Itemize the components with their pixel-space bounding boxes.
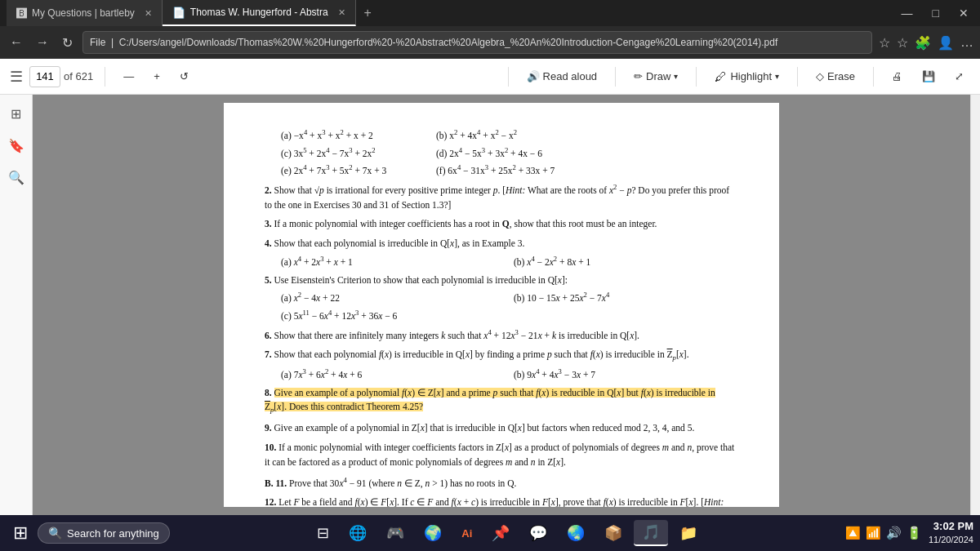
minimize-button[interactable]: —	[897, 7, 918, 20]
rotate-button[interactable]: ↺	[173, 67, 195, 86]
page-number-input[interactable]: 141	[29, 66, 60, 87]
tab-pdf[interactable]: 📄 Thomas W. Hungerford - Abstra ✕	[163, 0, 356, 26]
draw-label: Draw	[646, 70, 670, 82]
zoom-in-icon: +	[154, 70, 160, 82]
taskbar-app3[interactable]: 🌏	[559, 521, 593, 545]
taskbar-music[interactable]: 🎵	[634, 520, 668, 546]
taskbar-chrome[interactable]: 🌍	[416, 521, 450, 545]
p1d: (d) 2x4 − 5x3 + 3x2 + 4x − 6	[436, 145, 583, 162]
read-aloud-label: Read aloud	[543, 70, 598, 82]
draw-icon: ✏	[634, 70, 643, 82]
separator-6	[873, 67, 874, 87]
system-tray-icons: 🔼 📶 🔊 🔋	[845, 526, 922, 540]
refresh-button[interactable]: ↻	[59, 35, 76, 51]
sidebar-toggle-button[interactable]: ☰	[10, 68, 23, 86]
separator-4	[696, 67, 697, 87]
taskbar-files[interactable]: 📁	[671, 521, 706, 545]
taskbar-left: ⊞ 🔍 Search for anything	[7, 522, 170, 544]
address-bar: ← → ↻ ☆ ☆ 🧩 👤 …	[0, 26, 980, 59]
extensions-button[interactable]: 🧩	[915, 35, 931, 51]
tab-pdf-close[interactable]: ✕	[338, 7, 345, 18]
settings-button[interactable]: …	[960, 35, 973, 50]
draw-chevron-icon: ▾	[674, 72, 678, 81]
search-bar[interactable]: 🔍 Search for anything	[38, 522, 170, 544]
clock[interactable]: 3:02 PM 11/20/2024	[929, 519, 973, 547]
address-input[interactable]	[82, 31, 872, 54]
print-button[interactable]: 🖨	[885, 67, 909, 86]
taskbar-apps: ⊟ 🌐 🎮 🌍 Ai 📌 💬 🌏 📦 🎵 📁	[309, 520, 706, 546]
save-icon: 💾	[922, 70, 935, 82]
draw-button[interactable]: ✏ Draw ▾	[627, 67, 684, 86]
edge-icon: 🌐	[349, 524, 367, 542]
search-icon: 🔍	[48, 527, 62, 540]
p1f-blank	[591, 162, 738, 179]
tab-bartleby-label: My Questions | bartleby	[32, 7, 135, 19]
pdf-tab-icon: 📄	[172, 7, 185, 19]
rotate-icon: ↺	[180, 70, 189, 82]
taskbar-right: 🔼 📶 🔊 🔋 3:02 PM 11/20/2024	[845, 519, 973, 547]
new-tab-button[interactable]: +	[356, 6, 380, 20]
taskbar-pin1[interactable]: 📌	[483, 521, 518, 545]
favorite-button[interactable]: ☆	[879, 35, 890, 51]
more-button[interactable]: ⤢	[948, 67, 970, 86]
pdf-toolbar: ☰ 141 of 621 — + ↺ 🔊 Read aloud ✏ Draw ▾…	[0, 59, 980, 95]
highlight-button[interactable]: 🖊 Highlight ▾	[708, 66, 786, 87]
problem-8-highlighted: Give an example of a polynomial f(x) ∈ Z…	[265, 388, 715, 412]
tab-bartleby[interactable]: 🅱 My Questions | bartleby ✕	[7, 0, 163, 26]
tray-expand-icon[interactable]: 🔼	[845, 526, 861, 540]
zoom-in-button[interactable]: +	[147, 67, 167, 86]
problem-5-grid: (a) x2 − 4x + 22 (b) 10 − 15x + 25x2 − 7…	[265, 290, 738, 323]
search-placeholder: Search for anything	[67, 527, 159, 540]
volume-icon[interactable]: 🔊	[886, 526, 902, 540]
battery-icon[interactable]: 🔋	[906, 526, 922, 540]
title-bar: 🅱 My Questions | bartleby ✕ 📄 Thomas W. …	[0, 0, 980, 26]
pdf-area: (a) −x4 + x3 + x2 + x + 2 (b) x2 + 4x4 +…	[33, 95, 970, 515]
problem-12: 12. Let F be a field and f(x) ∈ F[x]. If…	[265, 495, 738, 507]
network-icon[interactable]: 📶	[866, 526, 881, 540]
window-controls: — □ ✕	[897, 7, 973, 20]
p1a: (a) −x4 + x3 + x2 + x + 2	[281, 127, 428, 144]
taskbar-app2[interactable]: 💬	[521, 521, 555, 545]
p5c: (c) 5x11 − 6x4 + 12x3 + 36x − 6	[281, 308, 506, 324]
app4-icon: 📦	[604, 524, 622, 542]
problem-11: B. 11. Prove that 30x4 − 91 (where n ∈ Z…	[265, 475, 738, 491]
back-button[interactable]: ←	[7, 35, 26, 50]
maximize-button[interactable]: □	[928, 7, 944, 20]
p5b: (b) 10 − 15x + 25x2 − 7x4	[514, 290, 738, 306]
toolbar-left: ☰	[10, 68, 23, 86]
close-button[interactable]: ✕	[954, 7, 973, 20]
read-aloud-button[interactable]: 🔊 Read aloud	[520, 67, 604, 86]
forward-button[interactable]: →	[33, 35, 52, 50]
main-area: ⊞ 🔖 🔍 (a) −x4 + x3 + x2 + x + 2 (b) x2 +…	[0, 95, 980, 515]
taskbar-ai[interactable]: Ai	[453, 524, 480, 543]
taskbar-edge[interactable]: 🌐	[341, 521, 375, 545]
ai-icon: Ai	[461, 527, 472, 540]
sidebar-bookmarks-icon[interactable]: 🔖	[3, 133, 29, 158]
save-button[interactable]: 💾	[915, 67, 942, 86]
erase-button[interactable]: ◇ Erase	[809, 67, 862, 86]
problem-6: 6. Show that there are infinitely many i…	[265, 327, 738, 344]
p7a: (a) 7x3 + 6x2 + 4x + 6	[281, 367, 506, 383]
toolbar-right: 🔊 Read aloud ✏ Draw ▾ 🖊 Highlight ▾ ◇ Er…	[503, 66, 970, 87]
epic-icon: 🎮	[386, 524, 404, 542]
problem-7: 7. Show that each polynomial f(x) is irr…	[265, 348, 738, 364]
files-icon: 📁	[679, 524, 697, 542]
task-view-button[interactable]: ⊟	[309, 521, 337, 545]
problem-10: 10. If a monic polynomial with integer c…	[265, 441, 738, 470]
problem-grid-1: (a) −x4 + x3 + x2 + x + 2 (b) x2 + 4x4 +…	[265, 127, 738, 179]
highlight-label: Highlight	[730, 70, 772, 82]
taskbar-epic[interactable]: 🎮	[378, 521, 412, 545]
taskbar: ⊞ 🔍 Search for anything ⊟ 🌐 🎮 🌍 Ai 📌 💬 🌏	[0, 515, 980, 551]
tab-favorites-button[interactable]: ☆	[897, 35, 908, 51]
zoom-out-button[interactable]: —	[117, 67, 140, 86]
p1c: (c) 3x5 + 2x4 − 7x3 + 2x2	[281, 145, 428, 162]
p1c-blank	[591, 127, 738, 144]
start-button[interactable]: ⊞	[7, 522, 34, 544]
sidebar-search-icon[interactable]: 🔍	[3, 165, 29, 190]
taskbar-app4[interactable]: 📦	[596, 521, 630, 545]
p1e: (e) 2x4 + 7x3 + 5x2 + 7x + 3	[281, 162, 428, 179]
tab-bartleby-close[interactable]: ✕	[145, 8, 152, 19]
task-view-icon: ⊟	[317, 524, 329, 542]
sidebar-thumbnails-icon[interactable]: ⊞	[6, 101, 26, 127]
profile-button[interactable]: 👤	[938, 35, 954, 51]
